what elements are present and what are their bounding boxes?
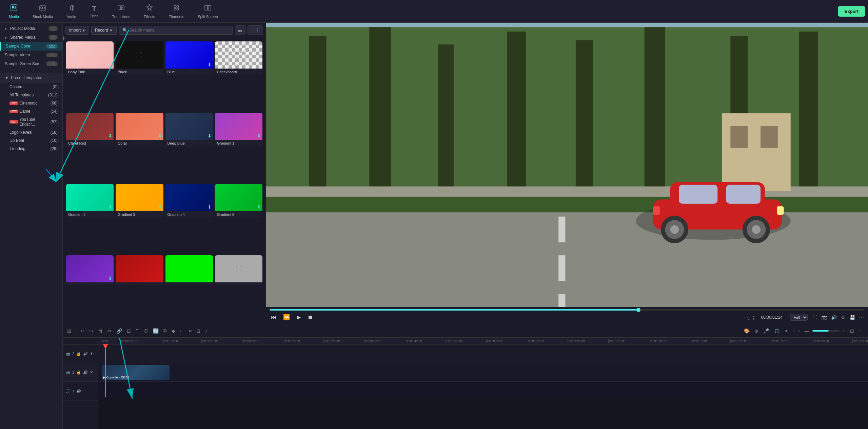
sidebar-item-cinematic[interactable]: HOT Cinematic (66) (0, 99, 62, 107)
color-card-gray[interactable]: ⛶ (215, 255, 262, 320)
text-button[interactable]: T (134, 327, 140, 335)
grid-view-button[interactable]: ⋮⋮ (248, 25, 263, 35)
progress-thumb[interactable] (636, 308, 640, 312)
zoom-slider[interactable] (812, 330, 840, 332)
track-audio-vol-icon[interactable]: 🔊 (76, 389, 81, 393)
transition-tool-button[interactable]: ⟷ (791, 327, 802, 335)
color-card-gradient4[interactable]: ⬇ Gradient 4 (165, 184, 213, 253)
color-card-deep-blue[interactable]: ⬇ Deep Blue (165, 113, 213, 182)
unlink-button[interactable]: 🔗 (115, 327, 124, 335)
skip-back-button[interactable]: ⏮ (270, 313, 278, 322)
sidebar-preset-templates-header[interactable]: ▼ Preset Templates (0, 73, 62, 83)
sidebar-item-sample-green[interactable]: Sample Green Scre... (10) (0, 59, 62, 68)
nav-elements[interactable]: Elements (162, 1, 190, 21)
track-lock-icon-1[interactable]: 🔒 (76, 370, 81, 375)
color-grade-button[interactable]: 🎨 (742, 327, 751, 335)
screenshot-icon[interactable]: 📷 (821, 314, 828, 321)
color-card-gradient5[interactable]: ⬇ Gradient 5 (215, 184, 262, 253)
nav-audio[interactable]: Audio (61, 1, 82, 21)
keyframe-button[interactable]: ◆ (170, 327, 177, 335)
color-card-purple[interactable]: ⬇ (66, 255, 114, 320)
color-card-checkboard[interactable]: ⛶ Checkboard (215, 41, 262, 111)
track-eye-icon-1[interactable]: 👁 (90, 370, 94, 374)
fit-button[interactable]: ⊡ (848, 327, 856, 335)
undo-button[interactable]: ↩ (79, 327, 86, 335)
frame-back-button[interactable]: ⏪ (282, 313, 291, 322)
music-button[interactable]: 🎵 (772, 327, 781, 335)
nav-stock-media[interactable]: Stock Media (26, 1, 59, 21)
audio-track-button[interactable]: ♪ (203, 327, 209, 335)
track-lock-icon[interactable]: 🔒 (76, 352, 81, 356)
sidebar-item-trending[interactable]: Trending (29) (0, 145, 62, 153)
track-audio-icon[interactable]: 🔊 (83, 352, 88, 356)
nav-split-screen[interactable]: Split Screen (192, 1, 224, 21)
sidebar-item-all-templates[interactable]: All Templates (311) (0, 91, 62, 99)
delete-button[interactable]: 🗑 (96, 327, 104, 335)
stop-button[interactable]: ⏹ (306, 313, 314, 322)
quality-select[interactable]: Full (790, 314, 808, 321)
color-card-claret[interactable]: ⬇ Claret Red (66, 113, 114, 182)
sidebar-item-shared-media[interactable]: ▶ Shared Media (0) (0, 33, 62, 42)
color-card-coral[interactable]: ⬇ Coral (116, 113, 163, 182)
sidebar-item-logo-reveal[interactable]: Logo Reveal (18) (0, 128, 62, 136)
color-card-gradient1[interactable]: ⬇ Gradient 1 (215, 113, 262, 182)
sidebar-item-sample-video[interactable]: Sample Video (20) (0, 51, 62, 59)
sidebar-item-game[interactable]: HOT Game (54) (0, 107, 62, 115)
track-eye-icon[interactable]: 👁 (90, 352, 94, 356)
sidebar-item-youtube[interactable]: HOT YouTube Endscr... (57) (0, 115, 62, 128)
sidebar-item-custom[interactable]: Custom (0) (0, 83, 62, 91)
color-label (165, 282, 213, 285)
crop-button[interactable]: ⧉ (162, 327, 169, 335)
zoom-in-button[interactable]: + (841, 327, 847, 335)
filter-button[interactable]: ⚏ (235, 25, 245, 35)
timeline-main: -00:00 00:00:05:00 00:00:10:00 00:00:15:… (98, 338, 868, 429)
record-button[interactable]: Record ▼ (91, 26, 117, 35)
fullscreen-icon[interactable]: ⛶ (812, 314, 818, 321)
export-button[interactable]: Export (838, 6, 865, 17)
grid-toggle-button[interactable]: ⊞ (65, 327, 73, 335)
sidebar-item-upbeat[interactable]: Up Beat (10) (0, 136, 62, 145)
search-box[interactable]: 🔍 (119, 26, 233, 35)
more-button[interactable]: ⋯ (857, 327, 865, 335)
settings-icon[interactable]: ⚙ (840, 314, 846, 321)
sidebar-item-project-media[interactable]: ▶ Project Media (1) (0, 24, 62, 33)
zoom-out-button[interactable]: — (803, 327, 811, 335)
play-button[interactable]: ▶ (295, 313, 302, 322)
volume-icon[interactable]: 🔊 (830, 314, 837, 321)
color-card-gradient3[interactable]: ⬇ Gradient 3 (116, 184, 163, 253)
voice-button[interactable]: 🎤 (762, 327, 771, 335)
color-card-baby-pink[interactable]: Baby Pink (66, 41, 114, 111)
search-input[interactable] (130, 28, 229, 33)
color-card-blue[interactable]: ⬇ Blue (165, 41, 213, 111)
group-button[interactable]: ⊡ (125, 327, 133, 335)
split-button[interactable]: ⊟ (195, 327, 202, 335)
sidebar-divider (0, 71, 62, 71)
ai-button[interactable]: ✦ (783, 327, 790, 335)
stabilize-button[interactable]: ⊛ (753, 327, 760, 335)
nav-media[interactable]: Media (3, 1, 25, 21)
nav-titles[interactable]: T Titles (84, 1, 105, 21)
sidebar-item-sample-color[interactable]: Sample Color (25) (0, 42, 62, 51)
speed-button[interactable]: ≈ (188, 327, 194, 335)
track-audio-icon-1[interactable]: 🔊 (83, 370, 88, 375)
video-clip-corvette[interactable]: ▶ Corvette - 35266 (102, 365, 170, 380)
color-card-red[interactable] (116, 255, 163, 320)
progress-bar[interactable] (270, 309, 865, 311)
color-card-black[interactable]: ⛶ Black (116, 41, 163, 111)
nav-transitions[interactable]: Transitions (106, 1, 136, 21)
timer-button[interactable]: ⏱ (142, 327, 150, 335)
import-button[interactable]: Import ▼ (65, 26, 89, 35)
color-card-gradient2[interactable]: ⬇ Gradient 2 (66, 184, 114, 253)
color-card-green[interactable] (165, 255, 213, 320)
more-icon[interactable]: ⋯ (859, 314, 865, 321)
nav-effects[interactable]: Effects (138, 1, 161, 21)
cut-button[interactable]: ✂ (106, 327, 113, 335)
trim-button[interactable]: ⟝ (178, 327, 186, 335)
save-frame-icon[interactable]: 💾 (849, 314, 856, 321)
loop-button[interactable]: 🔄 (151, 327, 160, 335)
svg-rect-28 (558, 294, 565, 307)
nav-transitions-label: Transitions (112, 15, 130, 19)
redo-button[interactable]: ↪ (87, 327, 95, 335)
color-swatch (66, 41, 114, 69)
sample-color-count: (25) (46, 44, 58, 49)
